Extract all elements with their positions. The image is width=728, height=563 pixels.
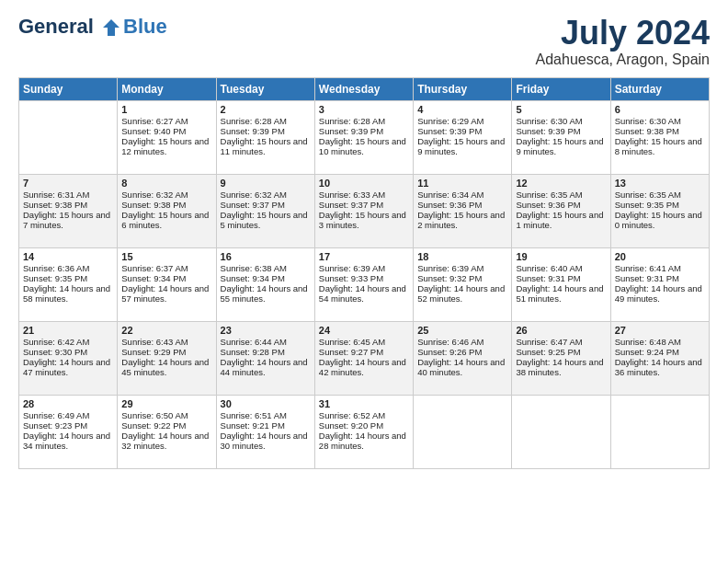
day-number: 3 [319,104,409,115]
calendar-cell: 16Sunrise: 6:38 AMSunset: 9:34 PMDayligh… [216,247,314,321]
sunset-text: Sunset: 9:39 PM [319,126,409,136]
calendar-cell: 1Sunrise: 6:27 AMSunset: 9:40 PMDaylight… [118,100,216,174]
calendar-cell: 13Sunrise: 6:35 AMSunset: 9:35 PMDayligh… [610,174,709,247]
sunrise-text: Sunrise: 6:44 AM [221,337,311,347]
calendar-cell: 6Sunrise: 6:30 AMSunset: 9:38 PMDaylight… [610,100,709,174]
sunset-text: Sunset: 9:26 PM [417,347,507,357]
sunrise-text: Sunrise: 6:41 AM [615,263,705,273]
sunset-text: Sunset: 9:34 PM [221,273,311,283]
logo-icon [101,17,121,38]
subtitle: Adahuesca, Aragon, Spain [536,52,710,68]
header-row: General Blue July 2024 Adahuesca, Aragon… [18,15,710,68]
sunset-text: Sunset: 9:25 PM [516,347,606,357]
sunrise-text: Sunrise: 6:47 AM [516,337,606,347]
calendar-cell: 19Sunrise: 6:40 AMSunset: 9:31 PMDayligh… [512,247,610,321]
sunset-text: Sunset: 9:40 PM [121,126,211,136]
day-number: 31 [319,398,409,409]
daylight-text: Daylight: 14 hours and 55 minutes. [221,283,311,304]
calendar-cell: 17Sunrise: 6:39 AMSunset: 9:33 PMDayligh… [314,247,413,321]
sunrise-text: Sunrise: 6:42 AM [23,337,113,347]
calendar-table: SundayMondayTuesdayWednesdayThursdayFrid… [18,77,710,469]
calendar-cell: 11Sunrise: 6:34 AMSunset: 9:36 PMDayligh… [414,174,512,247]
day-number: 20 [615,251,705,262]
daylight-text: Daylight: 14 hours and 58 minutes. [23,283,113,304]
header-row-days: SundayMondayTuesdayWednesdayThursdayFrid… [19,77,710,100]
day-header-wednesday: Wednesday [314,77,413,100]
day-number: 7 [23,178,113,189]
sunset-text: Sunset: 9:30 PM [23,347,113,357]
sunrise-text: Sunrise: 6:29 AM [417,116,507,126]
sunset-text: Sunset: 9:36 PM [516,200,606,210]
daylight-text: Daylight: 14 hours and 49 minutes. [615,283,705,304]
logo-blue: Blue [123,15,167,39]
day-number: 29 [121,398,211,409]
daylight-text: Daylight: 14 hours and 34 minutes. [23,431,113,451]
day-number: 28 [23,398,113,409]
sunset-text: Sunset: 9:35 PM [23,273,113,283]
sunset-text: Sunset: 9:32 PM [417,273,507,283]
daylight-text: Daylight: 15 hours and 5 minutes. [221,210,311,230]
day-number: 25 [417,325,507,336]
day-header-tuesday: Tuesday [216,77,314,100]
sunrise-text: Sunrise: 6:45 AM [319,337,409,347]
calendar-week-4: 21Sunrise: 6:42 AMSunset: 9:30 PMDayligh… [19,321,710,395]
sunrise-text: Sunrise: 6:30 AM [615,116,705,126]
daylight-text: Daylight: 14 hours and 45 minutes. [121,357,211,377]
sunrise-text: Sunrise: 6:51 AM [221,410,311,420]
calendar-week-3: 14Sunrise: 6:36 AMSunset: 9:35 PMDayligh… [19,247,710,321]
day-number: 6 [615,104,705,115]
day-number: 8 [121,178,211,189]
daylight-text: Daylight: 15 hours and 6 minutes. [121,210,211,230]
daylight-text: Daylight: 14 hours and 52 minutes. [417,283,507,304]
calendar-cell: 28Sunrise: 6:49 AMSunset: 9:23 PMDayligh… [19,395,118,468]
sunrise-text: Sunrise: 6:28 AM [221,116,311,126]
sunset-text: Sunset: 9:35 PM [615,200,705,210]
sunset-text: Sunset: 9:29 PM [121,347,211,357]
sunrise-text: Sunrise: 6:49 AM [23,410,113,420]
day-number: 22 [121,325,211,336]
main-container: General Blue July 2024 Adahuesca, Aragon… [0,0,728,478]
daylight-text: Daylight: 15 hours and 1 minute. [516,210,606,230]
calendar-cell: 22Sunrise: 6:43 AMSunset: 9:29 PMDayligh… [118,321,216,395]
sunrise-text: Sunrise: 6:37 AM [121,263,211,273]
daylight-text: Daylight: 15 hours and 9 minutes. [516,136,606,156]
calendar-cell [512,395,610,468]
calendar-week-2: 7Sunrise: 6:31 AMSunset: 9:38 PMDaylight… [19,174,710,247]
title-block: July 2024 Adahuesca, Aragon, Spain [536,15,710,68]
sunrise-text: Sunrise: 6:40 AM [516,263,606,273]
sunset-text: Sunset: 9:22 PM [121,420,211,431]
sunset-text: Sunset: 9:28 PM [221,347,311,357]
daylight-text: Daylight: 15 hours and 10 minutes. [319,136,409,156]
sunset-text: Sunset: 9:39 PM [516,126,606,136]
calendar-cell: 25Sunrise: 6:46 AMSunset: 9:26 PMDayligh… [414,321,512,395]
day-header-thursday: Thursday [414,77,512,100]
daylight-text: Daylight: 15 hours and 2 minutes. [417,210,507,230]
daylight-text: Daylight: 15 hours and 8 minutes. [615,136,705,156]
calendar-cell: 2Sunrise: 6:28 AMSunset: 9:39 PMDaylight… [216,100,314,174]
day-number: 11 [417,178,507,189]
sunset-text: Sunset: 9:38 PM [121,200,211,210]
daylight-text: Daylight: 15 hours and 0 minutes. [615,210,705,230]
sunset-text: Sunset: 9:38 PM [615,126,705,136]
day-number: 26 [516,325,606,336]
calendar-cell: 15Sunrise: 6:37 AMSunset: 9:34 PMDayligh… [118,247,216,321]
day-number: 13 [615,178,705,189]
day-number: 18 [417,251,507,262]
calendar-cell: 7Sunrise: 6:31 AMSunset: 9:38 PMDaylight… [19,174,118,247]
calendar-week-5: 28Sunrise: 6:49 AMSunset: 9:23 PMDayligh… [19,395,710,468]
calendar-cell [19,100,118,174]
calendar-cell: 26Sunrise: 6:47 AMSunset: 9:25 PMDayligh… [512,321,610,395]
daylight-text: Daylight: 14 hours and 32 minutes. [121,431,211,451]
sunrise-text: Sunrise: 6:39 AM [319,263,409,273]
sunset-text: Sunset: 9:23 PM [23,420,113,431]
daylight-text: Daylight: 14 hours and 30 minutes. [221,431,311,451]
sunrise-text: Sunrise: 6:50 AM [121,410,211,420]
daylight-text: Daylight: 14 hours and 44 minutes. [221,357,311,377]
calendar-cell: 24Sunrise: 6:45 AMSunset: 9:27 PMDayligh… [314,321,413,395]
sunrise-text: Sunrise: 6:32 AM [221,190,311,200]
sunrise-text: Sunrise: 6:52 AM [319,410,409,420]
day-number: 30 [221,398,311,409]
daylight-text: Daylight: 14 hours and 54 minutes. [319,283,409,304]
daylight-text: Daylight: 14 hours and 40 minutes. [417,357,507,377]
sunrise-text: Sunrise: 6:43 AM [121,337,211,347]
